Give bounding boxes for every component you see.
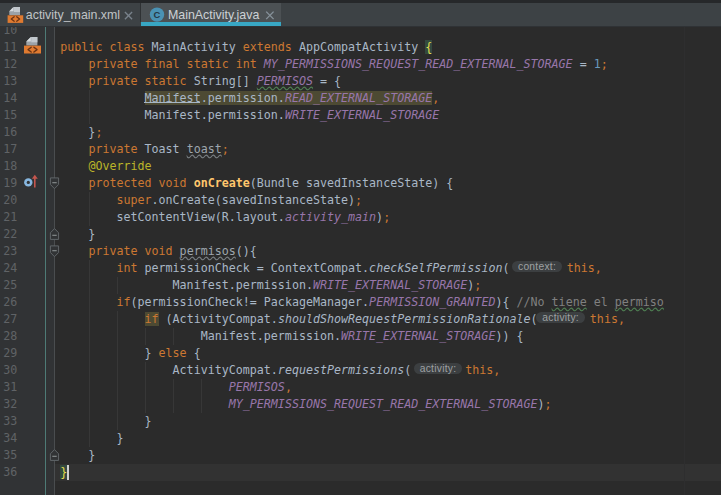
svg-text:C: C [154,9,161,20]
